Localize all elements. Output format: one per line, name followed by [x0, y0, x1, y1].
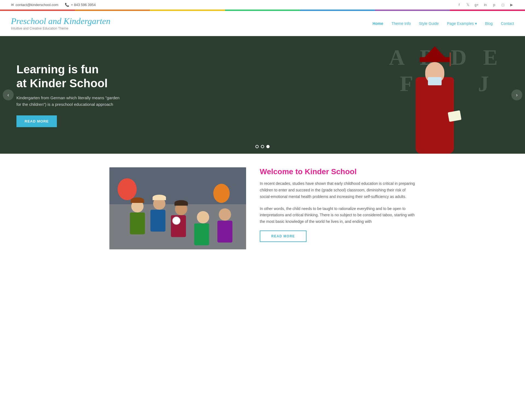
nav-contact[interactable]: Contact [501, 21, 514, 26]
phone-contact: 📞 + 843 596 3954 [65, 3, 96, 7]
dropdown-arrow-icon: ▾ [475, 21, 477, 26]
main-content: Welcome to Kinder School In recent decad… [98, 154, 427, 263]
contact-info: ✉ contact@kinderschool.com 📞 + 843 596 3… [11, 3, 96, 7]
facebook-icon[interactable]: f [457, 2, 462, 7]
googleplus-icon[interactable]: g+ [474, 2, 479, 7]
main-nav: Home Theme Info Style Guide Page Example… [373, 21, 514, 26]
welcome-image [109, 167, 246, 249]
welcome-paragraph-1: In recent decades, studies have shown th… [260, 180, 416, 200]
phone-icon: 📞 [65, 3, 69, 7]
email-contact: ✉ contact@kinderschool.com [11, 3, 58, 7]
nav-page-examples[interactable]: Page Examples ▾ [447, 21, 477, 26]
logo-subtitle: Intuitive and Creative Education Theme [11, 27, 110, 30]
instagram-icon[interactable]: ◻ [500, 2, 505, 7]
hero-slider: A B D E F J Learning is funat Kinder Sch… [0, 36, 525, 154]
slider-dot-3[interactable] [266, 145, 270, 148]
phone-text: + 843 596 3954 [71, 3, 96, 7]
hero-figure [399, 36, 470, 154]
hero-cta-button[interactable]: READ MORE [16, 115, 57, 127]
logo-area: Preschool and Kindergarten Intuitive and… [11, 16, 110, 30]
welcome-paragraph-2: In other words, the child needs to be ta… [260, 206, 416, 225]
linkedin-icon[interactable]: in [483, 2, 488, 7]
slider-dot-2[interactable] [261, 145, 264, 148]
hero-title: Learning is funat Kinder School [16, 63, 120, 90]
email-text: contact@kinderschool.com [16, 3, 58, 7]
hero-content: Learning is funat Kinder School Kinderga… [0, 63, 137, 127]
welcome-read-more-button[interactable]: READ MORE [260, 231, 307, 242]
nav-home[interactable]: Home [373, 21, 383, 26]
pinterest-icon[interactable]: 𝕡 [492, 2, 497, 7]
slider-prev-button[interactable]: ‹ [3, 89, 14, 100]
email-icon: ✉ [11, 3, 14, 7]
welcome-text-area: Welcome to Kinder School In recent decad… [260, 167, 416, 249]
nav-blog[interactable]: Blog [485, 21, 493, 26]
welcome-heading: Welcome to Kinder School [260, 167, 416, 176]
slider-dots [255, 145, 270, 148]
social-links: f 𝕏 g+ in 𝕡 ◻ ▶ [457, 2, 514, 7]
nav-theme-info[interactable]: Theme Info [391, 21, 411, 26]
nav-style-guide[interactable]: Style Guide [419, 21, 439, 26]
twitter-icon[interactable]: 𝕏 [465, 2, 470, 7]
logo-title[interactable]: Preschool and Kindergarten [11, 16, 110, 26]
header: Preschool and Kindergarten Intuitive and… [0, 11, 525, 36]
top-bar: ✉ contact@kinderschool.com 📞 + 843 596 3… [0, 0, 525, 10]
slider-dot-1[interactable] [255, 145, 259, 148]
slider-next-button[interactable]: › [511, 89, 522, 100]
youtube-icon[interactable]: ▶ [509, 2, 514, 7]
hero-subtitle: Kindergarten from German which literally… [16, 95, 120, 108]
